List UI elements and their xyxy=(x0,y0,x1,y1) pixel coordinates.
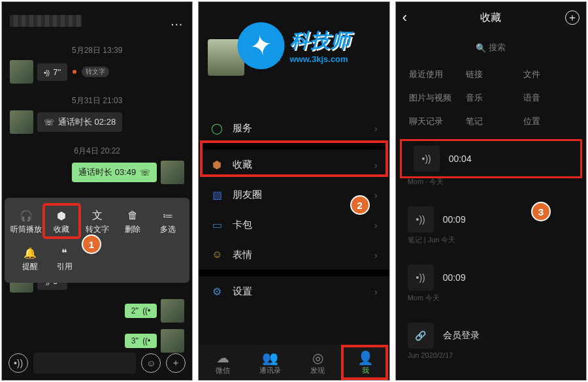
back-button[interactable]: ‹ xyxy=(402,9,407,26)
cat-media[interactable]: 图片与视频 xyxy=(405,89,463,106)
voice-icon: ((• xyxy=(142,306,150,315)
step-badge-1: 1 xyxy=(82,234,101,254)
cat-recent[interactable]: 最近使用 xyxy=(405,66,463,83)
context-menu-row: 🎧 听筒播放 ⬢ 收藏 文 转文字 🗑 删除 ≔ 多选 xyxy=(8,204,186,238)
add-button[interactable]: ＋ xyxy=(565,10,580,25)
fav-meta: Jun 2020/2/17 xyxy=(396,351,586,359)
context-menu: 🎧 听筒播放 ⬢ 收藏 文 转文字 🗑 删除 ≔ 多选 🔔 xyxy=(5,198,189,283)
contacts-icon: 👥 xyxy=(262,350,278,366)
voice-icon: •)) xyxy=(408,206,434,232)
voice-input-button[interactable]: •)) xyxy=(8,353,28,373)
cards-icon: ▭ xyxy=(210,219,223,231)
search-icon: 🔍 xyxy=(476,43,486,53)
multiselect-icon: ≔ xyxy=(159,207,176,224)
avatar[interactable] xyxy=(208,39,244,76)
fav-meta: Mom 今天 xyxy=(396,293,586,303)
msg-row[interactable]: ☏ 通话时长 02:28 xyxy=(2,110,192,134)
voice-bubble-outgoing[interactable]: 2'' ((• xyxy=(125,304,157,318)
fav-item[interactable]: •)) 00:09 xyxy=(396,258,586,297)
cat-notes[interactable]: 笔记 xyxy=(462,113,519,130)
favorites-category-grid: 最近使用 链接 文件 图片与视频 音乐 语音 聊天记录 笔记 位置 xyxy=(396,62,586,136)
cat-links[interactable]: 链接 xyxy=(462,66,519,83)
fav-meta: Mom · 今天 xyxy=(396,177,586,187)
tab-discover[interactable]: ◎ 发现 xyxy=(294,345,342,380)
delete-icon: 🗑 xyxy=(124,207,141,224)
chevron-right-icon: › xyxy=(374,219,378,231)
voice-icon: •)) xyxy=(414,146,440,172)
date-separator: 6月4日 20:22 xyxy=(2,146,192,157)
tab-wechat[interactable]: ☁ 微信 xyxy=(199,345,246,380)
voice-icon xyxy=(44,67,49,77)
gear-icon: ⚙ xyxy=(210,285,223,298)
profile-sub: 1 个朋友 xyxy=(251,52,281,63)
plus-button[interactable]: ＋ xyxy=(166,353,186,373)
cat-music[interactable]: 音乐 xyxy=(462,89,519,106)
step-badge-3: 3 xyxy=(531,202,551,221)
msg-row[interactable]: 2'' ((• xyxy=(2,299,192,323)
page-title: 收藏 xyxy=(480,11,501,25)
menu-favorite[interactable]: ⬢ 收藏 xyxy=(44,204,79,238)
avatar[interactable] xyxy=(10,110,33,134)
menu-service[interactable]: ◯ 服务 › xyxy=(199,113,389,143)
message-input[interactable] xyxy=(33,353,136,374)
call-duration-text: 通话时长 03:49 xyxy=(78,167,136,178)
chat-title-redacted xyxy=(10,15,82,27)
cat-chatlog[interactable]: 聊天记录 xyxy=(405,113,463,130)
search-input[interactable]: 🔍 搜索 xyxy=(405,39,577,57)
menu-delete[interactable]: 🗑 删除 xyxy=(115,204,150,238)
fav-item[interactable]: 🔗 会员登录 xyxy=(396,316,586,355)
panel-me: 1 个朋友 ◯ 服务 › ⬢ 收藏 › ▧ 朋友圈 › ▭ 卡包 › ☺ 表情 … xyxy=(198,1,389,381)
menu-sticker[interactable]: ☺ 表情 › xyxy=(199,240,389,270)
menu-remind[interactable]: 🔔 提醒 xyxy=(12,242,47,275)
phone-icon: ☏ xyxy=(44,118,54,127)
avatar-self[interactable] xyxy=(161,161,184,184)
voice-bubble[interactable]: 7'' xyxy=(37,63,67,81)
date-separator: 5月31日 21:03 xyxy=(2,95,192,106)
call-bubble[interactable]: ☏ 通话时长 02:28 xyxy=(37,112,122,132)
service-icon: ◯ xyxy=(210,122,223,135)
panel-favorites: ‹ 收藏 ＋ 🔍 搜索 最近使用 链接 文件 图片与视频 音乐 语音 聊天记录 … xyxy=(395,1,587,381)
to-text-pill[interactable]: 转文字 xyxy=(82,67,109,77)
msg-row[interactable]: 通话时长 03:49 ☏ xyxy=(2,161,192,184)
tab-contacts[interactable]: 👥 通讯录 xyxy=(246,345,294,380)
unread-dot xyxy=(73,70,76,74)
menu-settings[interactable]: ⚙ 设置 › xyxy=(199,276,389,306)
fav-item[interactable]: •)) 00:09 xyxy=(396,200,586,239)
voice-duration: 7'' xyxy=(53,67,61,77)
emoji-button[interactable]: ☺ xyxy=(141,353,161,373)
avatar[interactable] xyxy=(10,60,33,84)
panel-chat: … 5月28日 13:39 7'' 转文字 5月31日 21:03 ☏ 通话时长… xyxy=(1,1,193,381)
moments-icon: ▧ xyxy=(210,189,223,201)
chat-input-bar: •)) ☺ ＋ xyxy=(2,346,192,380)
tab-bar: ☁ 微信 👥 通讯录 ◎ 发现 👤 我 xyxy=(199,345,389,380)
listen-icon: 🎧 xyxy=(18,207,35,224)
cat-voice[interactable]: 语音 xyxy=(519,89,577,106)
step-badge-2: 2 xyxy=(350,195,370,215)
fav-meta: 笔记 | Jun 今天 xyxy=(396,235,586,245)
favorites-header: ‹ 收藏 ＋ xyxy=(396,2,586,33)
fav-item[interactable]: •)) 00:04 xyxy=(400,139,582,178)
chevron-right-icon: › xyxy=(374,286,378,297)
menu-multiselect[interactable]: ≔ 多选 xyxy=(150,204,186,238)
menu-listen[interactable]: 🎧 听筒播放 xyxy=(8,204,44,238)
more-icon[interactable]: … xyxy=(170,14,184,29)
tab-me[interactable]: 👤 我 xyxy=(342,345,389,380)
menu-favorite[interactable]: ⬢ 收藏 › xyxy=(199,150,389,180)
voice-icon: ((• xyxy=(142,336,150,345)
call-bubble-outgoing[interactable]: 通话时长 03:49 ☏ xyxy=(72,163,157,182)
remind-icon: 🔔 xyxy=(22,244,39,261)
avatar-self[interactable] xyxy=(161,299,184,323)
menu-quote[interactable]: ❝ 引用 xyxy=(47,242,82,275)
menu-to-text[interactable]: 文 转文字 xyxy=(80,204,115,238)
sticker-icon: ☺ xyxy=(210,249,223,261)
cat-files[interactable]: 文件 xyxy=(519,66,577,83)
favorite-icon: ⬢ xyxy=(53,207,70,224)
msg-row[interactable]: 7'' 转文字 xyxy=(2,60,192,84)
cat-location[interactable]: 位置 xyxy=(519,113,577,130)
chat-icon: ☁ xyxy=(216,350,229,366)
phone-icon: ☏ xyxy=(140,168,150,178)
profile-card[interactable]: 1 个朋友 xyxy=(199,2,389,113)
chevron-right-icon: › xyxy=(374,159,378,170)
date-separator: 5月28日 13:39 xyxy=(2,45,192,56)
chevron-right-icon: › xyxy=(374,189,378,200)
